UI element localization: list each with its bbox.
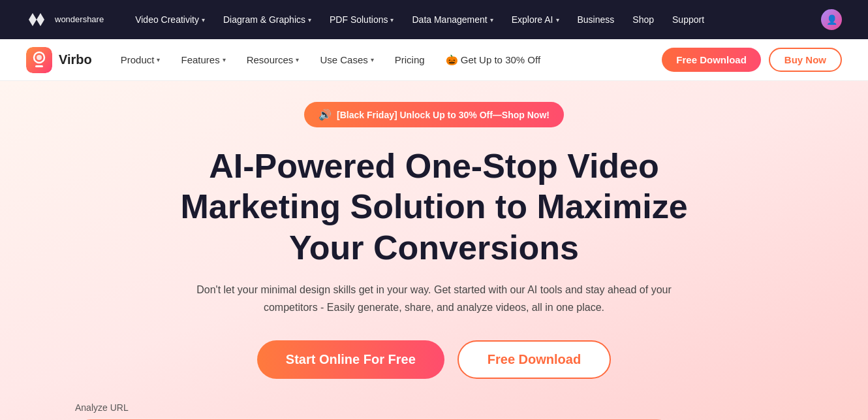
analyze-section: Analyze URL Analyze URL	[75, 402, 672, 420]
product-label: Product	[121, 54, 155, 65]
speaker-icon: 🔊	[318, 108, 332, 121]
product-nav-pricing[interactable]: Pricing	[387, 49, 433, 71]
product-nav-use-cases[interactable]: Use Cases ▾	[312, 49, 381, 71]
chevron-down-icon: ▾	[371, 56, 374, 63]
top-nav-pdf-solutions[interactable]: PDF Solutions ▾	[330, 14, 394, 25]
product-navigation: Virbo Product ▾ Features ▾ Resources ▾ U…	[0, 39, 868, 81]
top-nav-right: 👤	[821, 9, 842, 30]
buy-now-button[interactable]: Buy Now	[769, 48, 842, 72]
pdf-solutions-label: PDF Solutions	[330, 14, 388, 25]
chevron-down-icon: ▾	[390, 16, 394, 24]
use-cases-label: Use Cases	[320, 54, 367, 65]
chevron-down-icon: ▾	[202, 16, 205, 24]
product-nav-product[interactable]: Product ▾	[113, 49, 168, 71]
top-nav-items: Video Creativity ▾ Diagram & Graphics ▾ …	[135, 14, 800, 25]
video-creativity-label: Video Creativity	[135, 14, 199, 25]
hero-section: 🔊 [Black Friday] Unlock Up to 30% Off—Sh…	[0, 81, 868, 420]
chevron-down-icon: ▾	[223, 56, 226, 63]
top-navigation: wondershare Video Creativity ▾ Diagram &…	[0, 0, 868, 39]
svg-rect-3	[35, 65, 43, 67]
virbo-name: Virbo	[59, 52, 92, 67]
pricing-label: Pricing	[395, 54, 425, 65]
chevron-down-icon: ▾	[556, 16, 559, 24]
data-management-label: Data Management	[412, 14, 487, 25]
promo-banner-text: [Black Friday] Unlock Up to 30% Off—Shop…	[337, 110, 550, 120]
svg-point-2	[37, 55, 42, 60]
promo-banner[interactable]: 🔊 [Black Friday] Unlock Up to 30% Off—Sh…	[304, 102, 564, 127]
business-label: Business	[578, 14, 615, 25]
analyze-label: Analyze URL	[75, 402, 672, 413]
free-download-hero-button[interactable]: Free Download	[457, 340, 611, 379]
user-avatar[interactable]: 👤	[821, 9, 842, 30]
promo-link[interactable]: 🎃 Get Up to 30% Off	[438, 49, 548, 71]
chevron-down-icon: ▾	[490, 16, 493, 24]
top-nav-diagram-graphics[interactable]: Diagram & Graphics ▾	[223, 14, 311, 25]
top-nav-data-management[interactable]: Data Management ▾	[412, 14, 493, 25]
product-nav-resources[interactable]: Resources ▾	[239, 49, 307, 71]
product-nav-actions: Free Download Buy Now	[662, 48, 842, 72]
promo-text: 🎃 Get Up to 30% Off	[446, 54, 540, 66]
features-label: Features	[181, 54, 219, 65]
logo-text: wondershare	[55, 14, 104, 25]
free-download-button[interactable]: Free Download	[662, 48, 761, 72]
wondershare-logo[interactable]: wondershare	[26, 10, 104, 29]
chevron-down-icon: ▾	[157, 56, 160, 63]
diagram-graphics-label: Diagram & Graphics	[223, 14, 305, 25]
hero-cta-row: Start Online For Free Free Download	[257, 340, 611, 379]
start-online-button[interactable]: Start Online For Free	[257, 340, 444, 379]
hero-bottom-row: Analyze URL Analyze URL Available on: ⊞ …	[75, 402, 793, 420]
resources-label: Resources	[247, 54, 294, 65]
top-nav-support[interactable]: Support	[672, 14, 704, 25]
product-nav-items: Product ▾ Features ▾ Resources ▾ Use Cas…	[113, 49, 662, 71]
chevron-down-icon: ▾	[308, 16, 311, 24]
chevron-down-icon: ▾	[296, 56, 299, 63]
hero-subtitle: Don't let your minimal design skills get…	[186, 281, 682, 316]
virbo-brand[interactable]: Virbo	[26, 47, 92, 73]
hero-title: AI-Powered One-Stop Video Marketing Solu…	[140, 146, 728, 268]
top-nav-video-creativity[interactable]: Video Creativity ▾	[135, 14, 205, 25]
available-section: Available on: ⊞ iOS 🤖 ☁	[711, 402, 793, 420]
virbo-logo	[26, 47, 52, 73]
top-nav-business[interactable]: Business	[578, 14, 615, 25]
top-nav-explore-ai[interactable]: Explore AI ▾	[512, 14, 559, 25]
support-label: Support	[672, 14, 704, 25]
product-nav-features[interactable]: Features ▾	[173, 49, 233, 71]
shop-label: Shop	[632, 14, 654, 25]
top-nav-shop[interactable]: Shop	[632, 14, 654, 25]
explore-ai-label: Explore AI	[512, 14, 553, 25]
